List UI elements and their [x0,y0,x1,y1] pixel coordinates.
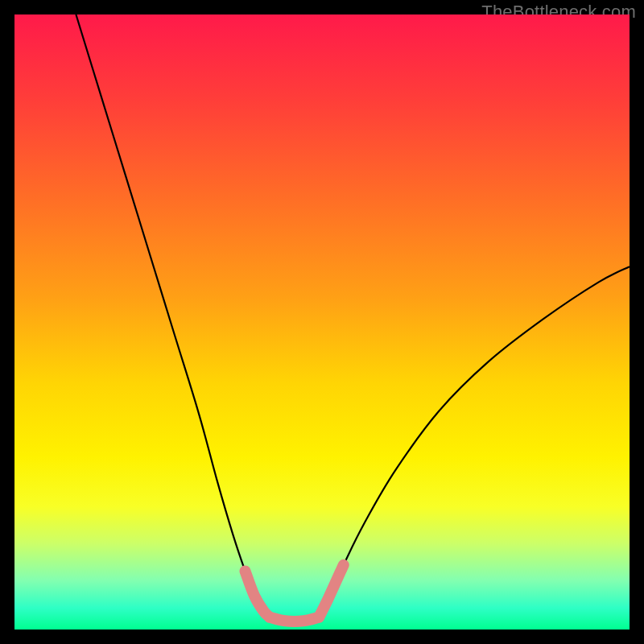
bottleneck-curve [14,14,630,630]
plot-area [14,14,630,630]
